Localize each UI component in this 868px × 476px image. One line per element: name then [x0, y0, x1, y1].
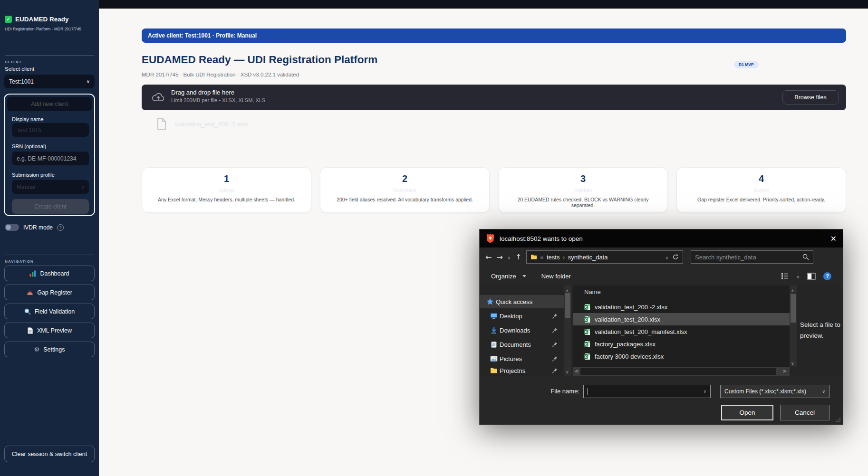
file-row[interactable]: validation_test_200 -2.xlsx: [573, 301, 790, 313]
clear-session-button[interactable]: Clear session & switch client: [4, 446, 95, 462]
organize-button[interactable]: Organize: [491, 273, 516, 280]
active-client-banner: Active client: Test:1001 · Profile: Manu…: [142, 29, 846, 43]
sidebar-item-desktop[interactable]: Desktop: [480, 309, 564, 323]
create-client-button[interactable]: Create client: [12, 199, 89, 214]
address-dropdown-icon[interactable]: [665, 254, 668, 261]
breadcrumb-synthetic-data[interactable]: synthetic_data: [568, 254, 608, 261]
help-icon[interactable]: ?: [823, 272, 831, 280]
sidebar-item-xml-preview[interactable]: XML Preview: [4, 323, 95, 338]
text-cursor: [588, 388, 588, 395]
pin-icon: [552, 313, 558, 319]
page-subtitle: MDR 2017/745 · Bulk UDI Registration · X…: [142, 72, 299, 77]
dialog-toolbar: Organize New folder ?: [480, 267, 843, 286]
file-row[interactable]: validation_test_200_manifest.xlsx: [573, 325, 790, 338]
scroll-right-icon[interactable]: >: [783, 369, 787, 374]
scroll-left-icon[interactable]: <: [575, 369, 579, 374]
forward-arrow-icon[interactable]: [496, 253, 502, 262]
resize-grip[interactable]: [835, 417, 841, 423]
scrollbar-thumb[interactable]: [565, 293, 570, 318]
page-title: EUDAMED Ready — UDI Registration Platfor…: [142, 54, 377, 66]
sidebar-item-gap-register[interactable]: Gap Register: [4, 285, 95, 300]
sidebar-item-quick-access[interactable]: Quick access: [480, 295, 564, 308]
list-view-icon[interactable]: [781, 273, 789, 279]
file-type-filter[interactable]: Custom Files (*.xlsx;*.xlsm;*.xls): [720, 385, 829, 398]
scroll-down-icon[interactable]: [566, 368, 569, 375]
dialog-titlebar[interactable]: localhost:8502 wants to open: [480, 229, 843, 248]
sidebar-item-dashboard[interactable]: Dashboard: [4, 266, 95, 281]
chevron-down-icon: [822, 389, 825, 394]
step-card-4: 4 Export Gap register Excel delivered. P…: [676, 167, 846, 213]
up-folder-icon[interactable]: [515, 253, 521, 261]
file-row-selected[interactable]: validation_test_200.xlsx: [573, 313, 790, 325]
sidebar-item-downloads[interactable]: Downloads: [480, 324, 564, 337]
name-column-header[interactable]: Name: [584, 288, 601, 295]
horizontal-scrollbar[interactable]: < >: [573, 367, 790, 376]
scroll-up-icon[interactable]: [566, 286, 569, 294]
chevron-down-icon[interactable]: [703, 389, 706, 394]
search-icon: [802, 254, 809, 260]
sidebar-item-projectns[interactable]: Projectns: [480, 365, 564, 376]
dropzone-limit: Limit 200MB per file • XLSX, XLSM, XLS: [171, 97, 265, 103]
nav-label: XML Preview: [37, 327, 72, 334]
add-client-expander-header[interactable]: Add new client: [7, 97, 92, 111]
srn-field[interactable]: e.g. DE-MF-000001234: [12, 152, 89, 165]
pin-icon: [552, 342, 558, 348]
browse-files-button[interactable]: Browse files: [782, 90, 839, 105]
history-chevron-icon[interactable]: [508, 254, 511, 261]
filter-value: Custom Files (*.xlsx;*.xlsm;*.xls): [724, 388, 806, 395]
cancel-button[interactable]: Cancel: [780, 405, 829, 420]
scrollbar-thumb[interactable]: [580, 368, 776, 375]
folder-icon: [490, 367, 498, 374]
view-dropdown-icon[interactable]: [796, 273, 800, 280]
sidebar-item-pictures[interactable]: Pictures: [480, 352, 564, 365]
step-number: 3: [499, 173, 667, 184]
step-number: 1: [142, 173, 311, 184]
address-bar[interactable]: « tests › synthetic_data: [526, 250, 683, 264]
file-page-icon: [157, 118, 166, 130]
ivdr-toggle[interactable]: [5, 224, 19, 231]
file-name-input[interactable]: [583, 385, 711, 398]
preview-pane-icon[interactable]: [807, 273, 816, 280]
file-row[interactable]: factory 3000 devices.xlsx: [573, 350, 790, 362]
breadcrumb-tests[interactable]: tests: [547, 254, 559, 261]
file-dropzone[interactable]: Drag and drop file here Limit 200MB per …: [142, 85, 846, 110]
open-button[interactable]: Open: [721, 405, 773, 420]
sidebar-item-field-validation[interactable]: Field Validation: [4, 304, 95, 319]
sidebar-item-documents[interactable]: Documents: [480, 338, 564, 351]
close-icon[interactable]: [830, 234, 837, 243]
step-description: 20 EUDAMED rules checked. BLOCK vs WARNI…: [499, 197, 667, 208]
app-subtitle: UDI Registration Platform · MDR 2017/745: [5, 27, 81, 31]
submission-profile-select[interactable]: Manual: [12, 180, 89, 194]
breadcrumb-collapsed[interactable]: «: [540, 254, 544, 261]
excel-file-icon: [583, 304, 590, 311]
step-description: 200+ field aliases resolved. All vocabul…: [320, 197, 489, 202]
dropzone-headline: Drag and drop file here: [171, 89, 234, 96]
folder-icon: [530, 254, 537, 260]
file-open-dialog: localhost:8502 wants to open « tests › s…: [479, 229, 843, 425]
refresh-icon[interactable]: [672, 254, 679, 260]
nav-label: Gap Register: [37, 289, 72, 296]
scroll-down-icon[interactable]: [791, 359, 794, 366]
dialog-footer: File name: Custom Files (*.xlsx;*.xlsm;*…: [480, 376, 843, 425]
app-header-bar: [99, 0, 868, 9]
client-select[interactable]: Test:1001: [4, 75, 95, 88]
sidebar-item-settings[interactable]: ⚙ Settings: [4, 342, 95, 357]
star-icon: [486, 298, 494, 305]
scroll-up-icon[interactable]: [791, 286, 794, 294]
help-icon[interactable]: ?: [57, 224, 64, 231]
display-name-field[interactable]: Test:1015: [12, 123, 89, 137]
step-ghost-label: Upload: [142, 187, 311, 193]
new-folder-button[interactable]: New folder: [541, 273, 571, 280]
pane-scrollbar[interactable]: [564, 286, 571, 376]
scrollbar-thumb[interactable]: [791, 294, 796, 323]
preview-pane: Select a file to preview.: [799, 286, 844, 376]
file-list: Name validation_test_200 -2.xlsx validat…: [573, 286, 790, 376]
list-scrollbar[interactable]: [790, 286, 797, 367]
file-row[interactable]: factory_packages.xlsx: [573, 338, 790, 350]
step-card-2: 2 Normalize 200+ field aliases resolved.…: [320, 167, 490, 213]
search-input[interactable]: Search synthetic_data: [691, 250, 813, 264]
file-name: validation_test_200 -2.xlsx: [595, 304, 667, 311]
chevron-down-icon: [81, 185, 84, 190]
back-arrow-icon[interactable]: [485, 253, 492, 262]
nav-label: Field Validation: [35, 308, 75, 315]
